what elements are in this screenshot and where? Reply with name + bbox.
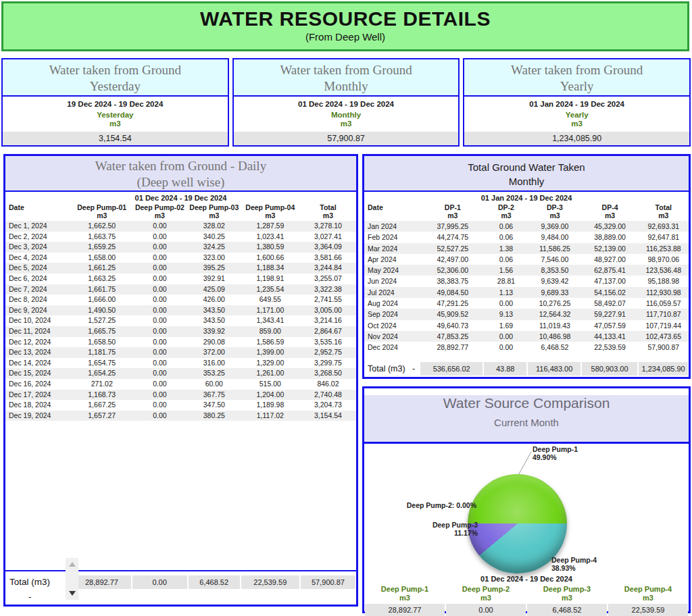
table-cell: 102,473.65	[639, 331, 689, 342]
table-cell: 367.75	[188, 390, 241, 401]
table-cell: 1,527.25	[72, 315, 132, 326]
summary-cards: Water taken from Ground Yesterday 19 Dec…	[1, 58, 691, 147]
total-cell: 536,656.02	[420, 362, 483, 376]
scroll-up-icon[interactable]	[69, 562, 76, 567]
table-cell: Jan 2024	[364, 221, 421, 232]
card-value: 1,234,085.90	[464, 132, 689, 145]
table-cell: 1,343.41	[241, 315, 300, 326]
table-cell: 52,527.25	[421, 243, 485, 254]
daily-title-line1: Water taken from Ground - Daily	[5, 158, 356, 174]
card-date-range: 19 Dec 2024 - 19 Dec 2024	[3, 100, 228, 108]
total-label-text: Total (m3)	[9, 577, 50, 587]
header-cell: Totalm3	[639, 203, 689, 221]
callout-percent: 49.90%	[533, 453, 578, 461]
table-row: Feb 202444,274.750.069,484.0038,889.0092…	[364, 232, 689, 242]
table-cell: 42,497.00	[421, 254, 485, 265]
table-cell: 328.02	[188, 221, 241, 232]
table-row: Jun 202438,383.7528.819,639.4247,137.009…	[364, 276, 689, 286]
table-cell: 1,188.34	[241, 263, 300, 274]
table-cell: 52,306.00	[421, 265, 485, 276]
pie-footer-label: Deep Pump-1m3	[364, 585, 445, 602]
table-cell: 49,640.73	[421, 320, 485, 331]
table-cell: 425.09	[188, 284, 241, 295]
monthly-title-line2: Monthly	[364, 174, 689, 188]
table-cell: 47,057.59	[582, 320, 639, 331]
table-cell: Feb 2024	[364, 232, 421, 242]
table-cell: 92,647.81	[639, 232, 689, 242]
table-cell: Dec 5, 2024	[5, 263, 72, 274]
measure-unit: m3	[464, 120, 689, 128]
daily-table-title: Water taken from Ground - Daily (Deep we…	[5, 156, 356, 192]
table-cell: 1,600.66	[241, 253, 300, 263]
header-cell: DP-4m3	[582, 203, 639, 221]
scroll-down-icon[interactable]	[69, 591, 76, 596]
table-cell: 3,255.07	[300, 274, 356, 284]
table-cell: Dec 10, 2024	[5, 315, 72, 326]
pie-subtitle: Current Month	[364, 417, 689, 428]
table-cell: 98,970.06	[639, 254, 689, 265]
table-cell: 0.00	[132, 390, 188, 401]
table-cell: 49,084.50	[421, 287, 485, 298]
table-row: Dec 13, 20241,181.750.00372.001,399.002,…	[5, 347, 356, 358]
header-cell: DP-1m3	[421, 203, 485, 221]
table-cell: 0.06	[485, 232, 528, 242]
table-scrollbar[interactable]	[66, 558, 78, 600]
table-cell: 28.81	[485, 276, 528, 286]
table-row: Aug 202447,291.250.0010,276.2558,492.071…	[364, 298, 689, 309]
water-resource-dashboard: WATER RESOURCE DETAILS (From Deep Well) …	[0, 0, 692, 616]
pie-callout-deep-pump-2: Deep Pump-2: 0.00%	[407, 501, 476, 509]
pie-footer-value: 6,468.52	[527, 604, 607, 616]
table-cell: 380.25	[188, 411, 241, 421]
table-cell: 1,663.75	[72, 232, 132, 242]
header-cell: Deep Pump-04m3	[241, 203, 300, 221]
table-cell: 3,322.38	[300, 284, 356, 295]
table-cell: 0.00	[485, 331, 528, 342]
table-cell: Dec 8, 2024	[5, 294, 72, 305]
pie-footer-value: 28,892.77	[365, 604, 445, 616]
table-row: Dec 8, 20241,666.000.00426.00649.552,741…	[5, 294, 356, 305]
table-cell: 116,253.88	[639, 243, 689, 254]
table-cell: 0.00	[132, 358, 188, 369]
table-cell: 0.00	[132, 326, 188, 337]
table-cell: 3,278.10	[300, 221, 356, 232]
total-dash: -	[412, 364, 415, 374]
callout-percent: 38.93%	[551, 564, 597, 572]
table-cell: 3,268.50	[300, 368, 356, 379]
table-cell: 1,586.59	[241, 337, 300, 348]
table-cell: Dec 15, 2024	[5, 368, 72, 379]
table-cell: 95,188.98	[639, 276, 689, 286]
table-cell: 8,353.50	[528, 265, 581, 276]
table-row: Dec 9, 20241,490.500.00343.501,171.003,0…	[5, 305, 356, 316]
table-cell: Dec 2, 2024	[5, 232, 72, 242]
table-cell: Jun 2024	[364, 276, 421, 286]
table-cell: 11,019.43	[528, 320, 581, 331]
table-cell: 57,900.87	[639, 342, 689, 353]
table-cell: 0.00	[132, 400, 188, 411]
card-date-range: 01 Dec 2024 - 19 Dec 2024	[234, 100, 459, 108]
table-cell: Dec 3, 2024	[5, 242, 72, 253]
monthly-table-title: Total Ground Water Taken Monthly	[364, 156, 689, 192]
callout-label: Deep Pump-4	[551, 556, 597, 564]
table-cell: 10,486.98	[528, 331, 581, 342]
table-row: Apr 202442,497.000.067,546.0048,927.0098…	[364, 254, 689, 265]
table-cell: 290.08	[188, 337, 241, 348]
table-cell: Dec 2024	[364, 342, 421, 353]
table-cell: 347.50	[188, 400, 241, 411]
pie-title: Water Source Comparison	[364, 395, 689, 411]
table-cell: Dec 1, 2024	[5, 221, 72, 232]
table-cell: 2,740.48	[300, 390, 356, 401]
table-row: Dec 16, 2024271.020.0060.00515.00846.02	[5, 379, 356, 390]
table-cell: 48,927.00	[582, 254, 639, 265]
table-cell: 395.25	[188, 263, 241, 274]
table-cell: Oct 2024	[364, 320, 421, 331]
table-cell: 1,658.50	[72, 337, 132, 348]
table-cell: Sep 2024	[364, 309, 421, 319]
table-cell: 28,892.77	[421, 342, 485, 353]
total-cell: 28,892.77	[72, 575, 130, 589]
measure-name: Yesterday	[3, 111, 228, 120]
card-value: 57,900.87	[234, 132, 459, 145]
table-cell: 38,889.00	[582, 232, 639, 242]
page-title: WATER RESOURCE DETAILS	[3, 7, 687, 30]
table-cell: 1,399.00	[241, 347, 300, 358]
table-cell: 1.38	[485, 243, 528, 254]
